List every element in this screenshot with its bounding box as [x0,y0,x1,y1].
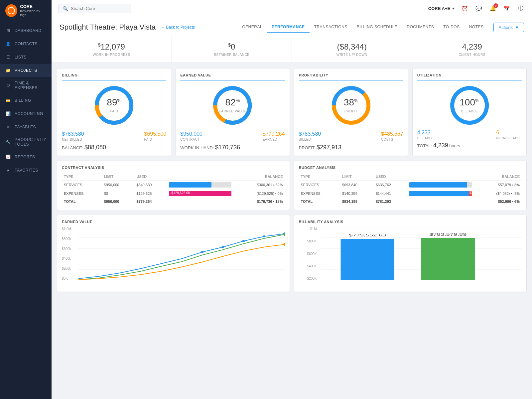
earned-value-values: $950,000 CONTRACT $779,264 EARNED [180,131,285,141]
costs-val: $485,667 COSTS [381,131,403,141]
summary-item-write-up-down: ($8,344)WRITE UP/ DOWN [292,36,412,63]
help-icon[interactable]: ⓘ [516,4,525,13]
sidebar-item-label: CONTACTS [15,42,38,46]
col-type: TYPE [62,173,102,181]
utilization-total: TOTAL: 4,239 hours [417,142,522,149]
sidebar-item-label: PROJECTS [15,68,37,73]
calendar-icon[interactable]: 📅 [502,4,511,13]
analysis-row: CONTRACT ANALYSIS TYPE LIMIT USED BALANC… [57,161,527,210]
logo: CORE POWERED BY BQE [0,0,52,21]
contract-table-header: TYPE LIMIT USED BALANCE [62,173,285,181]
budget-table-header: TYPE LIMIT USED BALANCE [299,173,522,181]
row-type: EXPENSES [62,189,102,198]
content-area: BILLING 89% PAID $783,580 NET B [52,63,532,302]
sidebar-nav: ⊞DASHBOARD👤CONTACTS☰LISTS📁PROJECTS⏱TIME … [0,21,52,399]
sidebar-item-accounting[interactable]: 📊ACCOUNTING [0,107,52,120]
reports-icon: 📈 [5,154,11,160]
earned-value-chart-title: EARNED VALUE [62,220,285,224]
summary-item-work-in-progress: $12,079WORK-IN-PROGRESS [52,36,172,63]
billability-chart: BILLABILITY ANALYSIS $1M $800K $600K $40… [294,215,527,292]
contract-row-0: SERVICES$950,000$649,639$300,361 • 32% [62,181,285,190]
row-bar [167,198,233,205]
summary-bar: $12,079WORK-IN-PROGRESS$0RETAINER BALANC… [52,36,532,63]
utilization-card: UTILIZATION 100% BILLABLE 4,233 BILLABLE [412,68,527,156]
row-type: SERVICES [62,181,102,190]
contract-analysis-table: TYPE LIMIT USED BALANCE SERVICES$950,000… [62,173,285,205]
svg-point-24 [283,243,285,246]
sidebar-item-projects[interactable]: 📁PROJECTS [0,64,52,77]
sidebar-item-payables[interactable]: ✏PAYABLES [0,120,52,134]
back-link[interactable]: ← Back to Projects [161,25,195,30]
svg-text:$779,552.63: $779,552.63 [349,233,386,237]
timer-icon[interactable]: ⏰ [460,4,469,13]
sidebar-item-label: LISTS [15,55,27,60]
profitability-pct-label: 38% PROFIT [344,97,358,114]
sidebar-item-reports[interactable]: 📈REPORTS [0,150,52,164]
sidebar-item-label: FAVORITES [15,168,38,173]
sidebar-item-productivity-tools[interactable]: 🔧PRODUCTIVITY TOOLS [0,134,52,150]
page-nav-to-dos[interactable]: TO-DOS [439,22,464,33]
row-limit: $950,000 [102,181,135,190]
row-bar [407,198,474,205]
row-type: SERVICES [299,181,340,190]
page-header-top: Spotlight Theatre: Playa Vista ← Back to… [60,22,524,33]
row-used: $779,264 [135,198,167,205]
row-bar [407,181,474,190]
topbar-right: CORE A+E ▼ ⏰ 💬 🔔 9 📅 ⓘ [428,4,525,13]
row-used: $636,762 [374,181,407,190]
budget-analysis-card: BUDGET ANALYSIS TYPE LIMIT USED BALANCE … [294,161,527,210]
work-in-hand: WORK IN HAND: $170,736 [180,144,285,151]
search-box[interactable]: 🔍 [58,4,131,13]
row-limit: $693,840 [340,181,374,190]
earned-val: $779,264 EARNED [263,131,285,141]
utilization-pct-label: 100% BILLABLE [460,97,479,114]
col-bar [167,173,233,181]
profitability-values: $783,580 BILLED $485,667 COSTS [299,131,403,141]
notifications-icon[interactable]: 🔔 9 [488,4,497,13]
sidebar-item-label: TIME & EXPENSES [15,81,46,90]
y-axis: $1.0M $800k $600k $400k $200k $0.0 [62,227,78,280]
col-used: USED [135,173,167,181]
billability-title: BILLABILITY ANALYSIS [299,220,522,224]
row-type: EXPENSES [299,189,340,198]
sidebar-item-favorites[interactable]: ★FAVORITES [0,164,52,177]
contract-row-2: TOTAL$950,000$779,264$170,736 • 18% [62,198,285,205]
page-nav-transactions[interactable]: TRANSACTIONS [310,22,352,33]
col-balance: BALANCE [233,173,285,181]
page-nav-general[interactable]: GENERAL [237,22,267,33]
summary-item-client-hours: 4,239CLIENT HOURS [412,36,532,63]
row-balance: $300,361 • 32% [233,181,285,190]
earned-value-card: EARNED VALUE 82% EARNED VALUE $950,000 [175,68,290,156]
svg-point-21 [222,246,224,248]
row-used: $129,625 [135,189,167,198]
core-brand[interactable]: CORE A+E ▼ [428,6,455,11]
sidebar-item-label: REPORTS [15,155,35,159]
page-nav-notes[interactable]: NOTES [465,22,488,33]
row-type: TOTAL [299,198,340,205]
col-limit: LIMIT [340,173,374,181]
chat-icon[interactable]: 💬 [474,4,483,13]
sidebar-item-time-expenses[interactable]: ⏱TIME & EXPENSES [0,77,52,94]
sidebar-item-dashboard[interactable]: ⊞DASHBOARD [0,24,52,37]
page-nav-performance[interactable]: PERFORMANCE [267,22,310,33]
svg-point-22 [201,251,203,253]
svg-rect-30 [340,239,394,280]
billing-balance: BALANCE: $88,080 [62,144,166,151]
col-balance: BALANCE [474,173,522,181]
page-nav-documents[interactable]: DOCUMENTS [402,22,439,33]
svg-point-19 [263,235,265,237]
search-input[interactable] [71,6,127,11]
sidebar-item-contacts[interactable]: 👤CONTACTS [0,37,52,51]
sidebar-item-lists[interactable]: ☰LISTS [0,51,52,64]
contract-analysis-card: CONTRACT ANALYSIS TYPE LIMIT USED BALANC… [57,161,290,210]
profitability-donut: 38% PROFIT [299,84,403,127]
page-nav-billing-schedule[interactable]: BILLING SCHEDULE [352,22,402,33]
summary-label: CLIENT HOURS [419,53,526,57]
actions-button[interactable]: Actions ▼ [493,23,524,32]
billing-card-title: BILLING [62,73,166,80]
earned-value-donut: 82% EARNED VALUE [180,84,285,127]
sidebar-item-billing[interactable]: 💳BILLING [0,94,52,107]
summary-value: 4,239 [419,42,526,52]
row-type: TOTAL [62,198,102,205]
profitability-title: PROFITABILITY [299,73,403,80]
